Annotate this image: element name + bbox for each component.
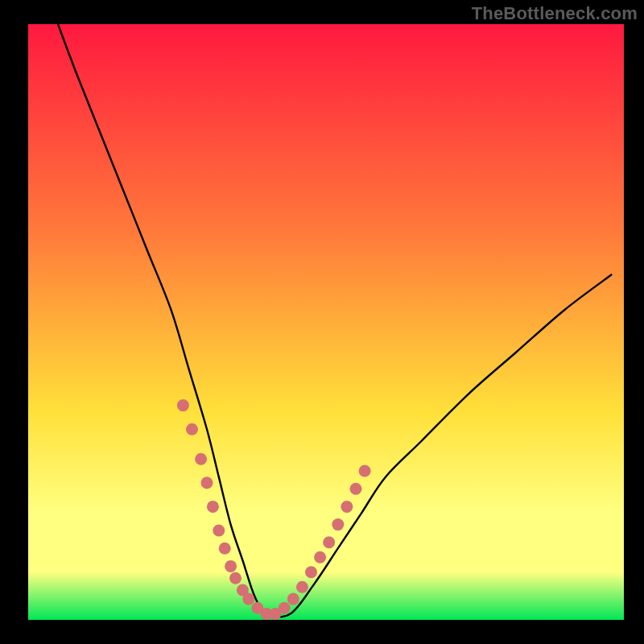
highlight-dot — [242, 593, 254, 605]
highlight-dot — [201, 477, 213, 489]
highlight-dot — [323, 536, 335, 548]
highlight-dot — [314, 551, 326, 564]
chart-stage: TheBottleneck.com — [0, 0, 644, 644]
highlight-dot — [332, 518, 344, 530]
watermark-text: TheBottleneck.com — [472, 3, 638, 24]
highlight-dot — [207, 501, 219, 513]
highlight-dot — [287, 593, 299, 605]
highlight-dot — [359, 465, 371, 477]
highlight-dot — [225, 560, 237, 572]
highlight-dot — [195, 453, 207, 465]
highlight-dot — [219, 543, 231, 555]
highlight-dot — [177, 399, 189, 411]
highlight-dot — [350, 483, 362, 495]
highlight-dot — [213, 525, 225, 537]
highlight-dot — [296, 581, 308, 593]
highlight-dot — [229, 572, 242, 584]
highlight-dot — [341, 501, 353, 513]
highlight-dot — [279, 602, 291, 614]
highlight-dot — [186, 423, 198, 436]
gradient-panel — [28, 24, 624, 620]
highlight-dot — [305, 566, 317, 578]
bottleneck-chart — [0, 0, 644, 644]
